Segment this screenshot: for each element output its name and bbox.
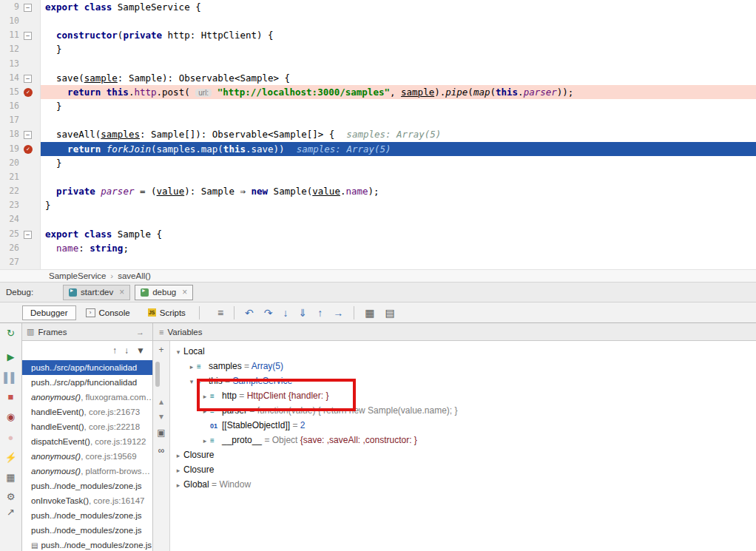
code-line[interactable]: 10 [0, 14, 756, 28]
code-line[interactable]: 18− saveAll(samples: Sample[]): Observab… [0, 127, 756, 141]
fold-icon[interactable]: − [24, 75, 32, 83]
copy-stack-icon[interactable]: ▣ [153, 427, 169, 439]
frames-pin-icon[interactable]: → [136, 328, 144, 337]
scroll-down-icon[interactable]: ▾ [153, 410, 169, 422]
add-watch-icon[interactable]: + [153, 344, 169, 356]
pause-icon[interactable]: ▌▌ [0, 372, 21, 384]
chevron-right-icon[interactable]: ▸ [200, 433, 210, 448]
close-icon[interactable]: × [119, 287, 124, 297]
fold-icon[interactable]: − [24, 131, 32, 139]
frame-item[interactable]: handleEvent(), core.js:22218 [22, 419, 152, 434]
scroll-up-icon[interactable]: ▴ [153, 396, 169, 408]
frame-item[interactable]: anonymous(), fluxograma.com… [22, 390, 152, 405]
code-line-text[interactable] [41, 57, 756, 71]
pin-arrow-icon[interactable]: ↗ [0, 507, 21, 518]
code-line[interactable]: 14− save(sample: Sample): Observable<Sam… [0, 71, 756, 85]
step-out-icon[interactable]: ↑ [317, 307, 323, 319]
code-line-text[interactable] [41, 14, 756, 28]
stop-icon[interactable]: ■ [0, 391, 21, 403]
variable-row[interactable]: ▸≡parser = function(value) { return new … [170, 403, 756, 418]
variables-menu-icon[interactable]: ≡ [159, 328, 163, 337]
chevron-right-icon[interactable]: ▸ [186, 359, 197, 374]
code-line[interactable]: 24 [0, 212, 756, 226]
code-line[interactable]: 27 [0, 255, 756, 269]
frame-item[interactable]: ▤push../node_modules/zone.js [22, 538, 152, 551]
code-line[interactable]: 13 [0, 57, 756, 71]
frame-item[interactable]: push../node_modules/zone.js [22, 479, 152, 493]
code-line-text[interactable]: private parser = (value): Sample ⇒ new S… [41, 184, 756, 198]
code-line[interactable]: 15✓ return this.http.post( url: "http://… [0, 85, 756, 99]
code-line-text[interactable]: } [41, 42, 756, 56]
tab-debug[interactable]: debug × [135, 285, 193, 300]
variable-row[interactable]: ▸≡http = HttpClient {handler: } [170, 388, 756, 403]
code-line[interactable]: 16 } [0, 99, 756, 113]
next-frame-icon[interactable]: ↓ [124, 345, 129, 356]
chevron-right-icon[interactable]: ▸ [200, 389, 210, 404]
breakpoint-icon[interactable]: ✓ [24, 145, 33, 154]
code-line[interactable]: 21 [0, 170, 756, 184]
code-line-text[interactable]: name: string; [41, 241, 756, 255]
settings-gear-icon[interactable]: ⚙ [0, 491, 21, 503]
variable-row[interactable]: ▾Local [170, 344, 756, 359]
code-line[interactable]: 22 private parser = (value): Sample ⇒ ne… [0, 184, 756, 198]
code-line-text[interactable]: save(sample: Sample): Observable<Sample>… [41, 71, 756, 85]
close-icon[interactable]: × [182, 287, 187, 297]
variable-row[interactable]: 01[[StableObjectId]] = 2 [170, 418, 756, 433]
tab-debugger[interactable]: Debugger [22, 305, 76, 320]
chevron-right-icon[interactable]: ▸ [173, 448, 183, 463]
code-line[interactable]: 20 } [0, 156, 756, 170]
variable-row[interactable]: ▸Closure [170, 462, 756, 477]
code-line[interactable]: 9−export class SampleService { [0, 0, 756, 14]
tab-console[interactable]: › Console [78, 305, 138, 320]
breadcrumb-item-method[interactable]: saveAll() [118, 271, 151, 280]
mute-breakpoints-icon[interactable]: ● [0, 432, 21, 444]
variable-row[interactable]: ▸Global = Window [170, 477, 756, 492]
code-line[interactable]: 25−export class Sample { [0, 227, 756, 241]
code-line[interactable]: 11− constructor(private http: HttpClient… [0, 28, 756, 42]
tab-start-dev[interactable]: start:dev × [63, 285, 130, 300]
prev-frame-icon[interactable]: ↑ [112, 345, 117, 356]
force-step-into-icon[interactable]: ⇓ [299, 307, 308, 319]
frame-item[interactable]: dispatchEvent(), core.js:19122 [22, 434, 152, 449]
code-line-text[interactable]: saveAll(samples: Sample[]): Observable<S… [41, 127, 756, 141]
code-line[interactable]: 19✓ return forkJoin(samples.map(this.sav… [0, 142, 756, 156]
frame-item[interactable]: anonymous(), core.js:19569 [22, 449, 152, 464]
code-line[interactable]: 12 } [0, 42, 756, 56]
view-options-icon[interactable]: ≡ [217, 307, 223, 319]
frames-scrollbar-thumb[interactable] [155, 362, 160, 387]
code-line[interactable]: 17 [0, 113, 756, 127]
code-line-text[interactable]: export class Sample { [41, 227, 756, 241]
chevron-right-icon[interactable]: ▸ [200, 404, 210, 419]
variable-row[interactable]: ▾≡this = SampleService [170, 373, 756, 388]
chevron-right-icon[interactable]: ▸ [173, 478, 183, 493]
tab-scripts[interactable]: JS Scripts [140, 305, 194, 320]
code-line[interactable]: 26 name: string; [0, 241, 756, 255]
breadcrumb-item-class[interactable]: SampleService [49, 271, 106, 280]
lightning-icon[interactable]: ⚡ [0, 452, 21, 464]
frame-item[interactable]: push../src/app/funcionalidad [22, 360, 152, 375]
run-to-cursor-icon[interactable]: → [333, 307, 343, 319]
fold-icon[interactable]: − [24, 4, 32, 12]
frame-item[interactable]: anonymous(), platform-brows… [22, 464, 152, 479]
filter-frames-icon[interactable]: ▼ [136, 345, 145, 356]
code-line-text[interactable]: } [41, 198, 756, 212]
code-line-text[interactable]: constructor(private http: HttpClient) { [41, 28, 756, 42]
variable-row[interactable]: ▸≡samples = Array(5) [170, 359, 756, 373]
step-over-icon[interactable]: ↷ [264, 307, 273, 319]
chevron-down-icon[interactable]: ▾ [186, 374, 197, 389]
code-editor[interactable]: 9−export class SampleService {1011− cons… [0, 0, 756, 269]
step-into-icon[interactable]: ↓ [283, 307, 288, 319]
variable-row[interactable]: ▸Closure [170, 447, 756, 462]
mute-breakpoints-panel-icon[interactable]: ▤ [385, 307, 394, 319]
code-line-text[interactable]: } [41, 99, 756, 113]
frame-item[interactable]: push../src/app/funcionalidad [22, 375, 152, 390]
code-line[interactable]: 23} [0, 198, 756, 212]
frame-item[interactable]: push../node_modules/zone.js [22, 508, 152, 523]
show-execution-point-icon[interactable]: ↶ [245, 307, 254, 319]
code-line-text[interactable]: return forkJoin(samples.map(this.save))s… [41, 142, 756, 156]
resume-icon[interactable]: ▶ [0, 351, 21, 363]
code-line-text[interactable]: export class SampleService { [41, 0, 756, 14]
code-line-text[interactable] [41, 212, 756, 226]
frame-item[interactable]: push../node_modules/zone.js [22, 523, 152, 538]
layout-grid-icon[interactable]: ▦ [0, 472, 21, 484]
